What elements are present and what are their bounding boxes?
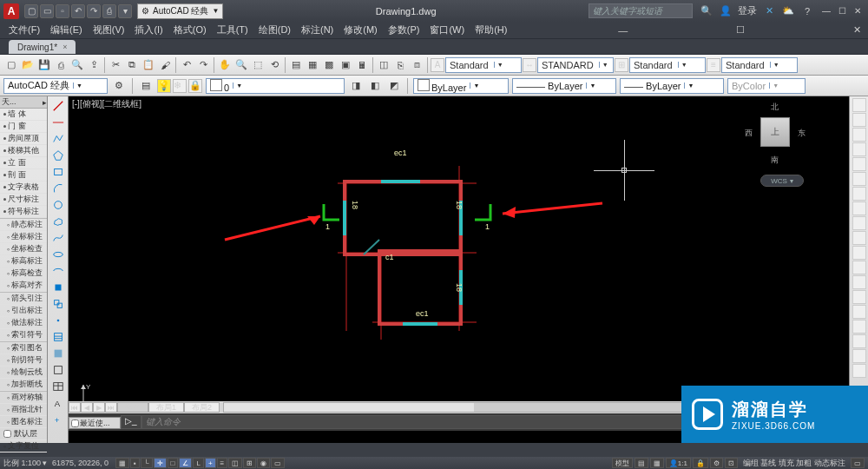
- palette-item[interactable]: ◦ 图名标注: [0, 416, 47, 428]
- chamfer-icon[interactable]: [852, 290, 866, 304]
- palette-item[interactable]: ◦ 加折断线: [0, 379, 47, 391]
- extend-icon[interactable]: [852, 246, 866, 260]
- mode-ducs[interactable]: L: [193, 458, 203, 468]
- hw-accel-icon[interactable]: ⊡: [725, 458, 738, 468]
- exchange-icon[interactable]: ✕: [762, 4, 776, 18]
- table-icon[interactable]: [50, 379, 66, 394]
- publish-icon[interactable]: ⇪: [86, 57, 102, 73]
- open-icon[interactable]: 📂: [20, 57, 36, 73]
- palette-close-icon[interactable]: ▸: [43, 98, 47, 107]
- qat-open-icon[interactable]: ▭: [40, 4, 54, 18]
- hatch-icon[interactable]: [50, 329, 66, 345]
- palette-item[interactable]: ◦ 绘制云线: [0, 367, 47, 379]
- rect-icon[interactable]: [50, 164, 66, 180]
- tab-first-icon[interactable]: ⏮: [69, 402, 81, 413]
- workspace-dropdown[interactable]: ⚙ AutoCAD 经典 ▼: [137, 3, 223, 19]
- qat-more-icon[interactable]: ▾: [118, 4, 132, 18]
- dimstyle-dropdown[interactable]: STANDARD▼: [537, 57, 614, 73]
- palette-item[interactable]: ◦ 静态标注: [0, 219, 47, 231]
- color-combo[interactable]: ByLayer▼: [413, 78, 509, 94]
- mod17-icon[interactable]: [852, 334, 866, 348]
- cut-icon[interactable]: ✂: [108, 57, 123, 73]
- palette-item[interactable]: 门 窗: [0, 121, 47, 133]
- redo-icon[interactable]: ↷: [195, 57, 211, 73]
- dsm-icon[interactable]: ▦: [305, 57, 320, 73]
- join-icon[interactable]: [852, 275, 866, 289]
- palette-item[interactable]: ◦ 索引符号: [0, 329, 47, 341]
- annoscale-ctl-icon[interactable]: 🔒: [693, 458, 708, 468]
- polygon-icon[interactable]: [50, 148, 66, 163]
- mlstyle-icon[interactable]: ≡: [707, 58, 720, 72]
- app-logo[interactable]: A: [3, 3, 19, 19]
- mode-tpy[interactable]: ◫: [228, 458, 242, 468]
- layer-lock-icon[interactable]: 🔒: [188, 79, 202, 93]
- qat-redo-icon[interactable]: ↷: [87, 4, 101, 18]
- mode-qc[interactable]: ⊞: [243, 458, 256, 468]
- array-icon[interactable]: [852, 157, 866, 171]
- status-qv-icon[interactable]: ▦: [650, 458, 664, 468]
- mode-ortho[interactable]: └: [141, 458, 153, 468]
- line-icon[interactable]: [50, 98, 66, 114]
- file-tab[interactable]: Drawing1* ×: [9, 40, 76, 54]
- tp-icon[interactable]: ▩: [321, 57, 337, 73]
- tab-layout1[interactable]: 布局1: [148, 402, 184, 413]
- block-icon[interactable]: ◫: [376, 57, 391, 73]
- offset-icon[interactable]: [852, 142, 866, 156]
- recent-commands[interactable]: 最近使...: [69, 417, 121, 429]
- model-space-toggle[interactable]: 模型: [612, 458, 633, 468]
- palette-item[interactable]: ◦ 引出标注: [0, 305, 47, 317]
- mode-otrack[interactable]: ∠: [179, 458, 192, 468]
- layeriso-icon[interactable]: ◨: [348, 78, 364, 94]
- layer-combo[interactable]: 0▼: [206, 78, 345, 94]
- ellipsearc-icon[interactable]: [50, 263, 66, 279]
- qat-undo-icon[interactable]: ↶: [71, 4, 85, 18]
- menubar-close-icon[interactable]: ✕: [851, 24, 865, 36]
- arc-icon[interactable]: [50, 181, 66, 196]
- menu-file[interactable]: 文件(F): [3, 23, 45, 36]
- command-prompt-icon[interactable]: ▷_: [121, 415, 141, 429]
- menu-insert[interactable]: 插入(I): [129, 23, 168, 36]
- xref-icon[interactable]: ⧈: [409, 57, 424, 73]
- scale-icon[interactable]: [852, 201, 866, 215]
- palette-item[interactable]: ◦ 索引图名: [0, 342, 47, 354]
- zoomprev-icon[interactable]: ⟲: [266, 57, 282, 73]
- break-icon[interactable]: [852, 261, 866, 274]
- xline-icon[interactable]: [50, 115, 66, 130]
- palette-item[interactable]: 文字表格: [0, 182, 47, 194]
- viewport-label[interactable]: [-][俯视][二维线框]: [72, 98, 141, 110]
- help-search-input[interactable]: 键入关键字或短语: [589, 3, 693, 18]
- ws-switch-icon[interactable]: ⚙: [710, 458, 723, 468]
- minimize-button[interactable]: —: [819, 5, 833, 17]
- region-icon[interactable]: [50, 362, 66, 378]
- clean-screen-icon[interactable]: ▭: [851, 458, 865, 468]
- scale-arrow-icon[interactable]: ▾: [43, 459, 47, 467]
- print-icon[interactable]: ⎙: [53, 57, 69, 73]
- menu-view[interactable]: 视图(V): [88, 23, 130, 36]
- mod19-icon[interactable]: [852, 364, 866, 378]
- palette-footer-default[interactable]: 默认层: [0, 428, 47, 440]
- qat-new-icon[interactable]: ▢: [24, 4, 38, 18]
- pline-icon[interactable]: [50, 131, 66, 147]
- erase-icon[interactable]: [852, 98, 866, 112]
- gradient-icon[interactable]: [50, 346, 66, 361]
- paste-icon[interactable]: 📋: [141, 57, 156, 73]
- viewcube-e[interactable]: 东: [798, 128, 806, 139]
- textstyle-dropdown[interactable]: Standard▼: [445, 57, 522, 73]
- palette-item[interactable]: 尺寸标注: [0, 194, 47, 206]
- linetype-combo[interactable]: ——— ByLayer▼: [512, 78, 616, 94]
- close-button[interactable]: ✕: [851, 5, 865, 17]
- mirror-icon[interactable]: [852, 128, 866, 142]
- ws-save-icon[interactable]: ⚙: [111, 78, 127, 94]
- mode-osnap[interactable]: □: [168, 458, 179, 468]
- ellipse-icon[interactable]: [50, 247, 66, 262]
- annoscale-label[interactable]: 👤1:1: [666, 458, 691, 468]
- ssm-icon[interactable]: ▣: [338, 57, 353, 73]
- copy2-icon[interactable]: [852, 113, 866, 127]
- palette-item[interactable]: ◦ 坐标检查: [0, 243, 47, 255]
- mode-sc[interactable]: ◉: [257, 458, 270, 468]
- menu-draw[interactable]: 绘图(D): [253, 23, 296, 36]
- explode-icon[interactable]: [852, 320, 866, 334]
- viewcube-s[interactable]: 南: [771, 155, 779, 166]
- viewcube-n[interactable]: 北: [771, 102, 779, 113]
- pan-icon[interactable]: ✋: [217, 57, 233, 73]
